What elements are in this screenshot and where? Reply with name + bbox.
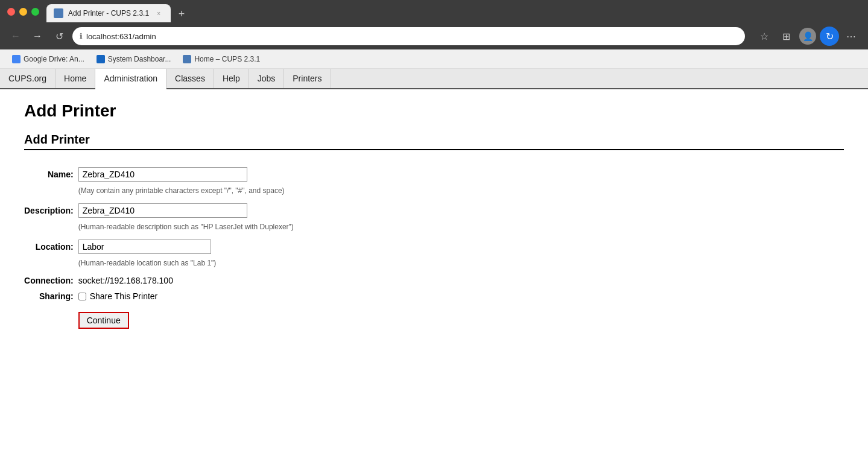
bookmark-google-drive[interactable]: Google Drive: An... [7,54,89,65]
more-btn[interactable]: ⋯ [841,27,861,46]
bookmark-system-dash[interactable]: System Dashboar... [92,54,176,65]
active-tab[interactable]: Add Printer - CUPS 2.3.1 × [46,4,171,22]
location-hint: (Human-readable location such as "Lab 1"… [78,259,294,271]
window-minimize-btn[interactable] [19,8,27,16]
sharing-checkbox[interactable] [78,293,86,300]
continue-button[interactable]: Continue [78,312,129,329]
location-input[interactable] [78,240,211,254]
sync-icon[interactable]: ↻ [820,27,839,46]
system-dash-favicon [97,55,105,63]
forward-btn[interactable]: → [29,28,46,45]
profile-btn[interactable]: 👤 [798,27,817,46]
bookmark-cups-home-label: Home – CUPS 2.3.1 [194,55,260,63]
reload-btn[interactable]: ↺ [51,28,68,45]
connection-row: Connection: socket://192.168.178.100 [24,274,294,287]
nav-home[interactable]: Home [55,69,95,88]
sharing-label: Sharing: [24,290,78,302]
description-control [78,202,294,219]
tab-title: Add Printer - CUPS 2.3.1 [68,9,149,17]
name-control [78,166,294,183]
name-input[interactable] [78,167,247,182]
security-icon: ℹ [80,32,83,40]
continue-label-spacer [24,306,78,330]
connection-value-cell: socket://192.168.178.100 [78,274,294,287]
description-input[interactable] [78,203,247,218]
cups-nav: CUPS.org Home Administration Classes Hel… [0,69,868,89]
description-label: Description: [24,202,78,219]
description-hint-row: (Human-readable description such as "HP … [24,223,294,235]
nav-jobs[interactable]: Jobs [249,69,285,88]
window-maximize-btn[interactable] [31,8,39,16]
connection-label: Connection: [24,274,78,287]
google-drive-favicon [12,55,21,63]
sharing-checkbox-label: Share This Printer [90,291,158,301]
location-control [78,238,294,255]
star-btn[interactable]: ☆ [755,27,774,46]
bookmark-btn[interactable]: ⊞ [776,27,796,46]
sharing-row: Sharing: Share This Printer [24,290,294,302]
connection-value: socket://192.168.178.100 [78,276,173,285]
sharing-control: Share This Printer [78,290,294,302]
name-hint-spacer [24,186,78,198]
name-hint: (May contain any printable characters ex… [78,186,294,198]
tab-close-btn[interactable]: × [154,8,163,18]
bookmark-system-dash-label: System Dashboar... [108,55,171,63]
url-text: localhost:631/admin [86,32,738,41]
description-hint: (Human-readable description such as "HP … [78,223,294,235]
name-label: Name: [24,166,78,183]
bookmarks-bar: Google Drive: An... System Dashboar... H… [0,49,868,69]
new-tab-btn[interactable]: + [173,5,190,22]
add-printer-form: Name: (May contain any printable charact… [24,162,294,334]
continue-row: Continue [24,306,294,330]
name-row: Name: [24,166,294,183]
tab-favicon [54,8,63,18]
nav-help[interactable]: Help [214,69,249,88]
location-hint-row: (Human-readable location such as "Lab 1"… [24,259,294,271]
nav-administration[interactable]: Administration [95,69,166,89]
description-row: Description: [24,202,294,219]
name-hint-row: (May contain any printable characters ex… [24,186,294,198]
location-hint-spacer [24,259,78,271]
url-bar[interactable]: ℹ localhost:631/admin [72,27,745,45]
section-title: Add Printer [24,133,844,150]
back-btn[interactable]: ← [7,28,24,45]
location-row: Location: [24,238,294,255]
location-label: Location: [24,238,78,255]
page-content: Add Printer Add Printer Name: (May conta… [0,89,868,451]
description-hint-spacer [24,223,78,235]
profile-avatar: 👤 [799,28,816,45]
cups-home-favicon [183,55,191,63]
bookmark-google-drive-label: Google Drive: An... [24,55,84,63]
bookmark-cups-home[interactable]: Home – CUPS 2.3.1 [178,54,265,65]
nav-cups-org[interactable]: CUPS.org [0,69,55,88]
nav-classes[interactable]: Classes [166,69,214,88]
nav-printers[interactable]: Printers [284,69,331,88]
continue-control: Continue [78,306,294,330]
window-close-btn[interactable] [7,8,15,16]
page-title: Add Printer [24,101,844,121]
